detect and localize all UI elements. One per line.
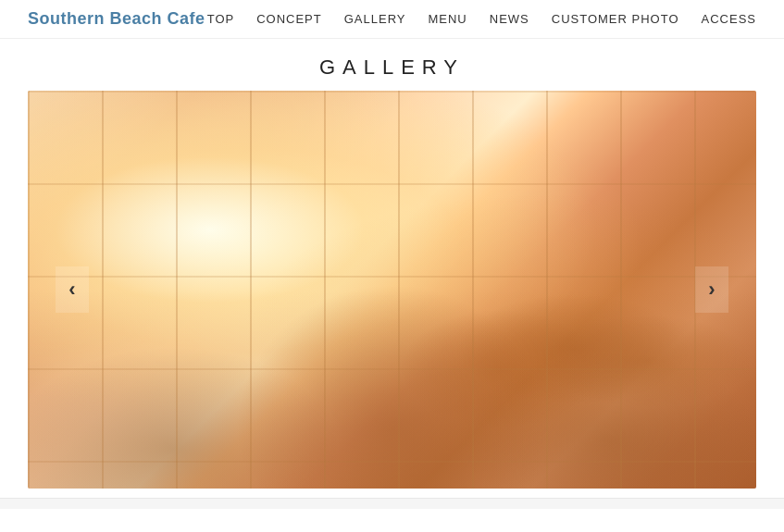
nav-concept[interactable]: CONCEPT: [256, 12, 322, 26]
prev-slide-button[interactable]: ‹: [56, 266, 89, 313]
nav-top[interactable]: TOP: [207, 12, 235, 26]
nav-news[interactable]: NEWS: [490, 12, 529, 26]
footer-bar: [0, 498, 784, 509]
gallery-page: GALLERY ‹ ›: [0, 39, 784, 489]
nav-customer-photo[interactable]: CUSTOMER PHOTO: [552, 12, 679, 26]
site-header: Southern Beach Cafe TOP CONCEPT GALLERY …: [0, 0, 784, 39]
site-logo[interactable]: Southern Beach Cafe: [28, 9, 205, 29]
nav-gallery[interactable]: GALLERY: [344, 12, 406, 26]
nav-menu[interactable]: MENU: [428, 12, 467, 26]
slide-image: [28, 91, 756, 489]
cafe-interior-overlay: [28, 91, 756, 489]
gallery-title: GALLERY: [0, 39, 784, 91]
main-nav: TOP CONCEPT GALLERY MENU NEWS CUSTOMER P…: [207, 12, 756, 26]
next-slide-button[interactable]: ›: [695, 266, 728, 313]
gallery-section: ‹ ›: [0, 91, 784, 489]
nav-access[interactable]: ACCESS: [702, 12, 756, 26]
slideshow: ‹ ›: [28, 91, 756, 489]
